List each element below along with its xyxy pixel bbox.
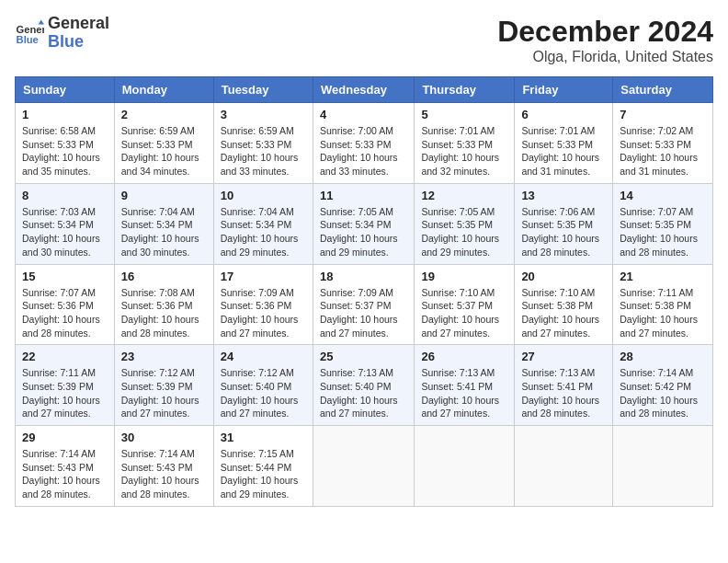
day-number: 21 (620, 270, 706, 283)
svg-text:Blue: Blue (17, 34, 39, 45)
list-item: 13Sunrise: 7:06 AMSunset: 5:35 PMDayligh… (515, 183, 613, 264)
day-number: 7 (620, 108, 706, 121)
day-info: Sunrise: 7:04 AMSunset: 5:34 PMDaylight:… (121, 205, 207, 259)
col-thursday: Thursday (415, 77, 515, 103)
day-number: 4 (320, 108, 407, 121)
day-number: 9 (121, 189, 207, 202)
day-number: 22 (22, 350, 108, 363)
list-item: 17Sunrise: 7:09 AMSunset: 5:36 PMDayligh… (213, 264, 313, 345)
day-number: 30 (121, 431, 207, 444)
day-info: Sunrise: 7:11 AMSunset: 5:38 PMDaylight:… (620, 286, 706, 340)
col-tuesday: Tuesday (213, 77, 313, 103)
day-info: Sunrise: 6:59 AMSunset: 5:33 PMDaylight:… (221, 124, 306, 178)
day-info: Sunrise: 7:00 AMSunset: 5:33 PMDaylight:… (320, 124, 407, 178)
day-number: 6 (521, 108, 606, 121)
day-number: 3 (221, 108, 306, 121)
table-row: 22Sunrise: 7:11 AMSunset: 5:39 PMDayligh… (16, 345, 713, 426)
list-item: 25Sunrise: 7:13 AMSunset: 5:40 PMDayligh… (313, 345, 414, 426)
day-info: Sunrise: 7:03 AMSunset: 5:34 PMDaylight:… (22, 205, 108, 259)
day-info: Sunrise: 7:05 AMSunset: 5:35 PMDaylight:… (421, 205, 507, 259)
list-item: 4Sunrise: 7:00 AMSunset: 5:33 PMDaylight… (313, 103, 414, 184)
list-item: 7Sunrise: 7:02 AMSunset: 5:33 PMDaylight… (613, 103, 713, 184)
day-number: 29 (22, 431, 108, 444)
list-item: 19Sunrise: 7:10 AMSunset: 5:37 PMDayligh… (415, 264, 515, 345)
list-item: 2Sunrise: 6:59 AMSunset: 5:33 PMDaylight… (114, 103, 213, 184)
day-number: 18 (320, 270, 407, 283)
list-item: 12Sunrise: 7:05 AMSunset: 5:35 PMDayligh… (415, 183, 515, 264)
day-number: 12 (421, 189, 507, 202)
svg-text:General: General (17, 24, 44, 35)
day-info: Sunrise: 7:07 AMSunset: 5:36 PMDaylight:… (22, 286, 108, 340)
table-row: 29Sunrise: 7:14 AMSunset: 5:43 PMDayligh… (16, 426, 713, 507)
day-number: 10 (221, 189, 306, 202)
day-number: 19 (421, 270, 507, 283)
list-item: 1Sunrise: 6:58 AMSunset: 5:33 PMDaylight… (16, 103, 115, 184)
day-info: Sunrise: 7:09 AMSunset: 5:36 PMDaylight:… (221, 286, 306, 340)
day-number: 20 (521, 270, 606, 283)
day-number: 17 (221, 270, 306, 283)
col-friday: Friday (515, 77, 613, 103)
list-item: 24Sunrise: 7:12 AMSunset: 5:40 PMDayligh… (213, 345, 313, 426)
day-info: Sunrise: 7:06 AMSunset: 5:35 PMDaylight:… (521, 205, 606, 259)
list-item: 28Sunrise: 7:14 AMSunset: 5:42 PMDayligh… (613, 345, 713, 426)
col-sunday: Sunday (16, 77, 115, 103)
title-area: December 2024 Olga, Florida, United Stat… (497, 15, 713, 65)
list-item: 16Sunrise: 7:08 AMSunset: 5:36 PMDayligh… (114, 264, 213, 345)
day-info: Sunrise: 7:13 AMSunset: 5:40 PMDaylight:… (320, 366, 407, 420)
day-info: Sunrise: 7:12 AMSunset: 5:40 PMDaylight:… (221, 366, 306, 420)
day-number: 27 (521, 350, 606, 363)
list-item: 11Sunrise: 7:05 AMSunset: 5:34 PMDayligh… (313, 183, 414, 264)
day-info: Sunrise: 7:09 AMSunset: 5:37 PMDaylight:… (320, 286, 407, 340)
day-info: Sunrise: 7:11 AMSunset: 5:39 PMDaylight:… (22, 366, 108, 420)
day-info: Sunrise: 6:58 AMSunset: 5:33 PMDaylight:… (22, 124, 108, 178)
list-item: 29Sunrise: 7:14 AMSunset: 5:43 PMDayligh… (16, 426, 115, 507)
day-info: Sunrise: 7:05 AMSunset: 5:34 PMDaylight:… (320, 205, 407, 259)
day-number: 23 (121, 350, 207, 363)
day-number: 5 (421, 108, 507, 121)
day-info: Sunrise: 7:01 AMSunset: 5:33 PMDaylight:… (521, 124, 606, 178)
col-wednesday: Wednesday (313, 77, 414, 103)
day-info: Sunrise: 6:59 AMSunset: 5:33 PMDaylight:… (121, 124, 207, 178)
logo-text: General Blue (48, 15, 109, 52)
list-item: 9Sunrise: 7:04 AMSunset: 5:34 PMDaylight… (114, 183, 213, 264)
list-item: 3Sunrise: 6:59 AMSunset: 5:33 PMDaylight… (213, 103, 313, 184)
day-number: 25 (320, 350, 407, 363)
day-info: Sunrise: 7:14 AMSunset: 5:43 PMDaylight:… (22, 447, 108, 501)
day-info: Sunrise: 7:10 AMSunset: 5:38 PMDaylight:… (521, 286, 606, 340)
day-info: Sunrise: 7:12 AMSunset: 5:39 PMDaylight:… (121, 366, 207, 420)
list-item: 15Sunrise: 7:07 AMSunset: 5:36 PMDayligh… (16, 264, 115, 345)
day-info: Sunrise: 7:14 AMSunset: 5:42 PMDaylight:… (620, 366, 706, 420)
list-item: 6Sunrise: 7:01 AMSunset: 5:33 PMDaylight… (515, 103, 613, 184)
col-saturday: Saturday (613, 77, 713, 103)
list-item: 5Sunrise: 7:01 AMSunset: 5:33 PMDaylight… (415, 103, 515, 184)
day-number: 16 (121, 270, 207, 283)
day-info: Sunrise: 7:14 AMSunset: 5:43 PMDaylight:… (121, 447, 207, 501)
day-number: 1 (22, 108, 108, 121)
day-number: 11 (320, 189, 407, 202)
month-title: December 2024 (497, 15, 713, 49)
header: General Blue General Blue December 2024 … (15, 15, 713, 65)
list-item: 27Sunrise: 7:13 AMSunset: 5:41 PMDayligh… (515, 345, 613, 426)
list-item: 18Sunrise: 7:09 AMSunset: 5:37 PMDayligh… (313, 264, 414, 345)
day-number: 14 (620, 189, 706, 202)
list-item (313, 426, 414, 507)
day-number: 15 (22, 270, 108, 283)
list-item (613, 426, 713, 507)
col-monday: Monday (114, 77, 213, 103)
day-number: 8 (22, 189, 108, 202)
day-number: 31 (221, 431, 306, 444)
logo-icon: General Blue (15, 18, 44, 48)
list-item: 31Sunrise: 7:15 AMSunset: 5:44 PMDayligh… (213, 426, 313, 507)
day-info: Sunrise: 7:10 AMSunset: 5:37 PMDaylight:… (421, 286, 507, 340)
table-row: 1Sunrise: 6:58 AMSunset: 5:33 PMDaylight… (16, 103, 713, 184)
list-item: 20Sunrise: 7:10 AMSunset: 5:38 PMDayligh… (515, 264, 613, 345)
day-info: Sunrise: 7:07 AMSunset: 5:35 PMDaylight:… (620, 205, 706, 259)
day-info: Sunrise: 7:04 AMSunset: 5:34 PMDaylight:… (221, 205, 306, 259)
header-row: Sunday Monday Tuesday Wednesday Thursday… (16, 77, 713, 103)
table-row: 8Sunrise: 7:03 AMSunset: 5:34 PMDaylight… (16, 183, 713, 264)
day-number: 28 (620, 350, 706, 363)
day-number: 26 (421, 350, 507, 363)
list-item: 30Sunrise: 7:14 AMSunset: 5:43 PMDayligh… (114, 426, 213, 507)
day-info: Sunrise: 7:15 AMSunset: 5:44 PMDaylight:… (221, 447, 306, 501)
list-item (515, 426, 613, 507)
